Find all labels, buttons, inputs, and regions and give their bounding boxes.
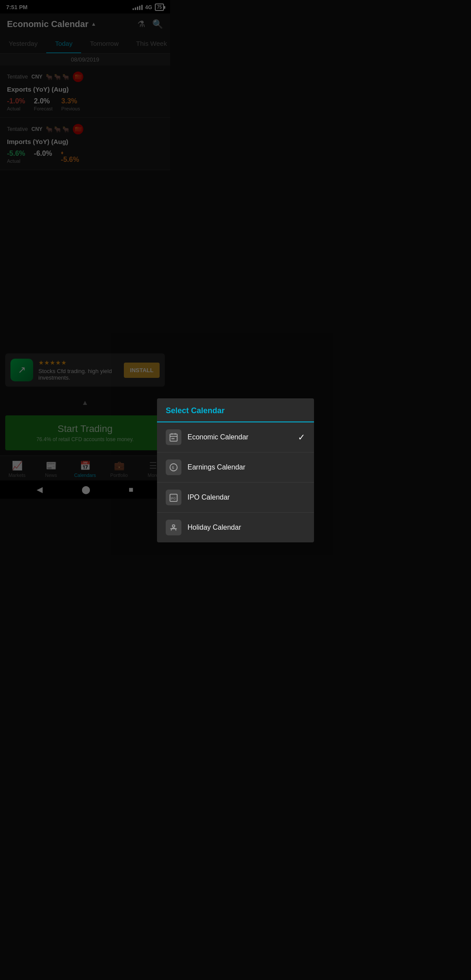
modal-item-ipo[interactable]: IPO IPO Calendar	[157, 483, 170, 499]
modal-item-earnings[interactable]: $ Earnings Calendar	[157, 452, 170, 483]
modal-title: Select Calendar	[157, 398, 170, 422]
economic-calendar-icon	[166, 429, 170, 445]
earnings-calendar-icon: $	[166, 459, 170, 475]
modal-item-economic[interactable]: Economic Calendar ✓	[157, 422, 170, 452]
ipo-calendar-icon: IPO	[166, 490, 170, 499]
select-calendar-modal: Select Calendar Economic Calendar ✓ $ Ea…	[157, 398, 170, 499]
modal-overlay[interactable]	[0, 0, 170, 499]
